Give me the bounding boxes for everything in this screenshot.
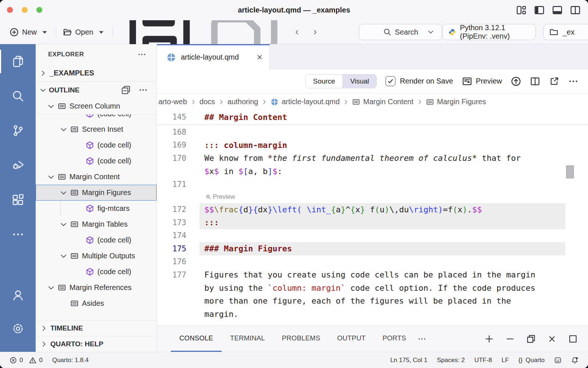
outline-header[interactable]: OUTLINE bbox=[36, 82, 157, 98]
code-line[interactable]: margin. bbox=[157, 308, 588, 321]
activity-run-debug[interactable] bbox=[0, 148, 36, 183]
problems-status[interactable]: 0 0 bbox=[10, 357, 43, 364]
visual-mode-button[interactable]: Visual bbox=[343, 75, 376, 88]
activity-extensions[interactable] bbox=[0, 183, 36, 217]
code-line[interactable]: 175### Margin Figures bbox=[157, 242, 588, 255]
encoding[interactable]: UTF-8 bbox=[474, 357, 492, 364]
code-line[interactable]: 177Figures that you create using code ce… bbox=[157, 268, 588, 282]
outline-item[interactable]: (code cell) bbox=[36, 232, 157, 248]
split-editor-icon[interactable] bbox=[530, 76, 540, 86]
new-console-icon[interactable] bbox=[484, 334, 494, 344]
outline-item[interactable]: (code cell) bbox=[36, 153, 157, 169]
toggle-secondary-sidebar-icon[interactable] bbox=[570, 5, 581, 15]
preview-button[interactable]: Preview bbox=[462, 76, 502, 86]
activity-settings[interactable] bbox=[0, 312, 36, 345]
scrollbar-thumb[interactable] bbox=[566, 165, 574, 178]
minimize-button[interactable] bbox=[22, 7, 28, 13]
code-line[interactable]: 176 bbox=[157, 255, 588, 269]
cursor-position[interactable]: Ln 175, Col 1 bbox=[390, 357, 427, 364]
breadcrumb-item[interactable]: Margin Content bbox=[352, 98, 413, 106]
maximize-panel-icon[interactable] bbox=[568, 334, 578, 344]
outline-item[interactable]: Screen Inset bbox=[36, 121, 157, 137]
restore-panel-icon[interactable] bbox=[526, 334, 536, 344]
notifications-bell-icon[interactable] bbox=[571, 357, 578, 364]
quarto-help-section[interactable]: QUARTO: HELP bbox=[36, 336, 157, 352]
breadcrumb-item[interactable]: docs bbox=[200, 98, 215, 106]
customize-layout-icon[interactable] bbox=[516, 5, 527, 15]
outline-item[interactable]: (code cell) bbox=[36, 264, 157, 280]
new-button[interactable]: New bbox=[7, 28, 51, 37]
breadcrumb-item[interactable]: authoring bbox=[227, 98, 258, 106]
panel-tab-output[interactable]: OUTPUT bbox=[329, 326, 374, 352]
render-on-save-checkbox[interactable] bbox=[386, 76, 395, 86]
code-line[interactable]: more than one figure, each of the figure… bbox=[157, 294, 588, 308]
source-mode-button[interactable]: Source bbox=[306, 75, 343, 88]
code-line[interactable]: 168 bbox=[157, 125, 588, 139]
breadcrumb-item[interactable]: arto-web bbox=[158, 98, 187, 106]
toggle-sidebar-icon[interactable] bbox=[534, 5, 545, 15]
project-selector[interactable]: _ex bbox=[543, 24, 588, 40]
open-in-new-window-icon[interactable] bbox=[549, 76, 559, 86]
activity-more[interactable] bbox=[0, 217, 36, 252]
outline-item[interactable]: Multiple Outputs bbox=[36, 248, 157, 264]
breadcrumb-item[interactable]: article-layout.qmd bbox=[270, 98, 340, 106]
code-line[interactable]: 145## Margin Content bbox=[157, 110, 287, 124]
activity-source-control[interactable] bbox=[0, 113, 36, 148]
panel-tab-console[interactable]: CONSOLE bbox=[171, 326, 222, 352]
new-icon bbox=[10, 28, 19, 37]
code-line[interactable]: 169::: column-margin bbox=[157, 139, 588, 152]
outline-item[interactable]: fig-mtcars bbox=[36, 201, 157, 216]
timeline-section[interactable]: TIMELINE bbox=[36, 320, 157, 336]
feedback-icon[interactable] bbox=[554, 357, 562, 364]
editor-more-icon[interactable] bbox=[568, 76, 578, 86]
sticky-scroll-line[interactable]: 145## Margin Content bbox=[157, 110, 588, 124]
code-editor[interactable]: 145## Margin Content 168169::: column-ma… bbox=[157, 110, 588, 325]
zoom-button[interactable] bbox=[36, 7, 42, 13]
collapse-all-icon[interactable] bbox=[121, 85, 130, 95]
explorer-more-icon[interactable] bbox=[137, 50, 146, 59]
code-line[interactable]: 174 bbox=[157, 229, 588, 243]
code-line[interactable]: 172$$\frac{d}{dx}\left( \int_{a}^{x} f(u… bbox=[157, 203, 588, 216]
code-line[interactable]: 173::: bbox=[157, 216, 588, 229]
code-line[interactable]: $x$ in $[a, b]$: bbox=[157, 165, 588, 178]
close-tab-icon[interactable] bbox=[256, 53, 263, 61]
search-box[interactable]: Search bbox=[359, 24, 442, 40]
code-line[interactable]: by using the `column: margin` code cell … bbox=[157, 282, 588, 295]
panel-tab-problems[interactable]: PROBLEMS bbox=[273, 326, 329, 352]
eol-sequence[interactable]: LF bbox=[502, 357, 509, 364]
minimize-panel-icon[interactable] bbox=[505, 334, 515, 344]
workspace-folder-row[interactable]: _EXAMPLES bbox=[36, 65, 157, 82]
quarto-version[interactable]: Quarto: 1.8.4 bbox=[52, 357, 89, 364]
navigate-back-icon[interactable] bbox=[294, 28, 300, 36]
code-line[interactable]: 171 bbox=[157, 178, 588, 191]
indentation[interactable]: Spaces: 2 bbox=[437, 357, 465, 364]
outline-item[interactable]: Asides bbox=[36, 296, 157, 311]
toggle-panel-icon[interactable] bbox=[552, 5, 563, 15]
breadcrumb-item[interactable]: Margin Figures bbox=[426, 98, 486, 106]
outline-item[interactable]: Margin Content bbox=[36, 169, 157, 185]
editor-tab[interactable]: article-layout.qmd bbox=[157, 44, 270, 69]
publish-icon[interactable] bbox=[511, 76, 521, 86]
outline-item[interactable]: Screen Column bbox=[36, 98, 157, 114]
close-panel-icon[interactable] bbox=[547, 334, 557, 344]
panel-tab-terminal[interactable]: TERMINAL bbox=[222, 326, 273, 352]
outline-more-icon[interactable] bbox=[139, 85, 148, 95]
outline-item[interactable]: Margin Tables bbox=[36, 216, 157, 232]
close-button[interactable] bbox=[7, 7, 13, 13]
panel-more-icon[interactable] bbox=[417, 335, 426, 343]
line-number: 174 bbox=[157, 231, 186, 240]
outline-item[interactable]: Margin References bbox=[36, 280, 157, 296]
code-text: We know from *the first fundamental theo… bbox=[186, 153, 521, 163]
navigate-forward-icon[interactable] bbox=[312, 28, 318, 36]
activity-search[interactable] bbox=[0, 79, 36, 113]
outline-item[interactable]: Margin Figures bbox=[36, 185, 157, 201]
activity-account[interactable] bbox=[0, 278, 36, 312]
open-button[interactable]: Open bbox=[61, 28, 108, 37]
outline-item[interactable]: (code cell) bbox=[36, 137, 157, 153]
panel-tab-ports[interactable]: PORTS bbox=[374, 326, 415, 352]
interpreter-selector[interactable]: Python 3.12.1 (PipEnv: .venv) bbox=[442, 24, 536, 40]
code-line[interactable]: 170We know from *the first fundamental t… bbox=[157, 152, 588, 165]
activity-explorer[interactable] bbox=[0, 44, 36, 79]
preview-code-lens[interactable]: Preview bbox=[157, 191, 588, 203]
language-mode[interactable]: {}Quarto bbox=[519, 357, 545, 364]
